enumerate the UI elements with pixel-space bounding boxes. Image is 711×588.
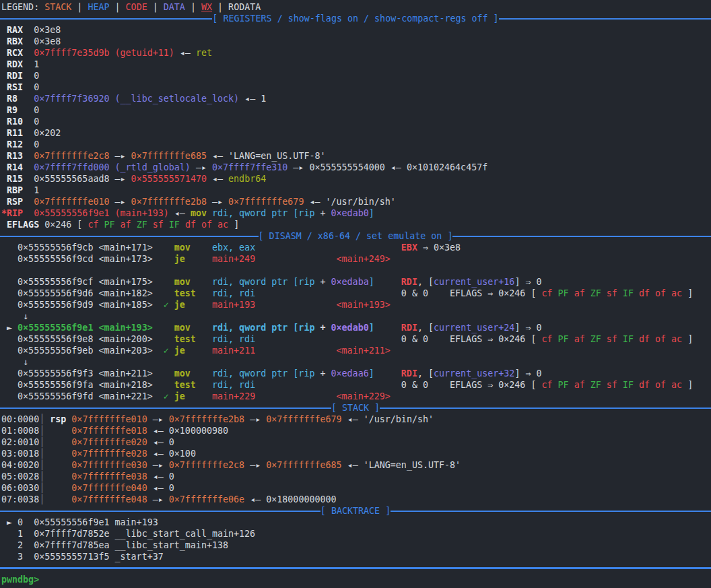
text-segment — [207, 208, 212, 218]
text-segment — [374, 368, 401, 379]
text-segment — [255, 254, 336, 264]
text-segment: ] — [369, 368, 374, 379]
text-segment: EFLAGS ⇒ 0×246 [ — [450, 380, 541, 390]
text-segment: 0×edaa6 — [331, 368, 369, 379]
legend-rodata: RODATA — [228, 2, 261, 12]
text-segment: rdi, rdi — [212, 334, 255, 344]
text-segment — [191, 242, 212, 253]
text-segment: ac — [671, 380, 682, 390]
text-segment: mov — [174, 368, 191, 379]
text-segment — [196, 380, 212, 390]
text-segment: ac — [671, 288, 682, 298]
stack-row: 03:0018│ 0×7fffffffe028 ◂— 0×100 — [1, 448, 711, 459]
register-row-rsp: RSP 0×7fffffffe010 —▸ 0×7fffffffe2b8 —▸ … — [1, 196, 711, 207]
register-row-r8: R8 0×7ffff7f36920 (__libc_setlocale_lock… — [1, 93, 711, 104]
text-segment: 0×55555556f9fa <main+218> — [1, 380, 174, 390]
text-segment: —▸ — [191, 162, 212, 172]
backtrace-row: 2 0×7ffff7d785ea __libc_start_main+138 — [1, 540, 711, 551]
text-segment: 0×7ffff7ffe310 — [212, 162, 287, 172]
legend-row: LEGEND: STACK | HEAP | CODE | DATA | WX … — [1, 1, 711, 13]
text-segment: mov — [191, 208, 207, 218]
text-segment: ✓ — [164, 346, 169, 356]
text-segment: RSI — [1, 82, 34, 92]
text-segment: IF — [623, 334, 639, 344]
stack-row: 01:0008│ 0×7fffffffe018 ◂— 0×100000980 — [1, 425, 711, 436]
register-row-eflags: EFLAGS 0×246 [ cf PF af ZF sf IF df of a… — [1, 219, 711, 230]
text-segment: test — [174, 334, 196, 344]
text-segment: 0×202 — [34, 128, 61, 138]
text-segment: R11 — [1, 128, 34, 138]
text-segment: ◂— — [147, 449, 169, 459]
text-segment: ◂— — [385, 162, 407, 172]
text-segment: df — [639, 334, 655, 344]
text-segment: sf — [607, 334, 623, 344]
text-segment — [191, 277, 212, 287]
text-segment: PF — [104, 220, 121, 230]
section-title: [ REGISTERS / show-flags on / show-compa… — [212, 13, 498, 24]
text-segment: test — [174, 380, 196, 390]
text-segment — [153, 323, 174, 333]
register-row-rip: *RIP 0×55555556f9e1 (main+193) ◂— mov rd… — [1, 207, 711, 219]
text-segment: ◂— — [207, 174, 228, 184]
text-segment: 0×55555556f9e8 <main+200> — [1, 334, 174, 344]
register-row-rsi: RSI 0 — [1, 81, 711, 93]
text-segment: ] — [682, 288, 693, 298]
text-segment: af — [574, 288, 590, 298]
prompt[interactable]: pwndbg> — [1, 575, 39, 585]
text-segment: 0 — [34, 139, 39, 150]
text-segment: main+249 — [212, 254, 255, 264]
text-segment: *RIP — [1, 208, 34, 218]
text-segment: —▸ — [147, 460, 169, 470]
text-segment: 0×246 — [44, 220, 77, 230]
text-segment: 0×55555556f9fd <main+221> — [1, 391, 164, 401]
text-segment: 0×7fffffffe685 — [266, 460, 341, 470]
text-segment: 06:0030 — [1, 483, 39, 493]
text-segment: 0×18000000000 — [266, 494, 336, 504]
text-segment: │ — [39, 494, 44, 504]
text-segment — [374, 323, 401, 333]
text-segment: ZF — [137, 220, 153, 230]
text-segment: cf — [541, 334, 557, 344]
text-segment: ebx, eax — [212, 242, 255, 253]
text-segment — [255, 391, 336, 401]
text-segment: af — [121, 220, 137, 230]
text-segment: sf — [607, 380, 623, 390]
text-segment: 0×55555556f9d6 <main+182> — [1, 288, 174, 298]
text-segment: ◂— — [174, 48, 196, 58]
text-segment: ] ⇒ 0 — [514, 323, 541, 333]
text-segment: ◂— — [169, 208, 191, 218]
text-segment: ] — [369, 208, 374, 218]
text-segment: rdi, rdi — [212, 380, 255, 390]
text-segment: 0×7ffff7f36920 (__libc_setlocale_lock) — [34, 94, 239, 104]
text-segment: 0 & 0 — [401, 334, 450, 344]
text-segment: [ — [77, 220, 88, 230]
text-segment: 0×7fffffffe010 — [71, 414, 147, 424]
text-segment: 0×7ffff7ffd000 (_rtld_global) — [34, 162, 191, 172]
text-segment: ◂— — [147, 426, 169, 436]
text-segment: ↓ — [1, 311, 28, 321]
text-segment: │ — [39, 483, 44, 493]
disasm-row: 0×55555556f9eb <main+203> ✓ je main+211 … — [1, 345, 711, 356]
text-segment — [196, 288, 212, 298]
text-segment: R12 — [1, 139, 34, 150]
text-segment: 0×edab0 — [331, 208, 369, 218]
text-segment: RDI — [401, 277, 417, 287]
text-segment: 0×7fffffffe030 — [71, 460, 147, 470]
text-segment: ◂— — [239, 94, 261, 104]
text-segment — [255, 288, 401, 298]
text-segment — [255, 242, 401, 253]
text-segment: ] — [228, 220, 239, 230]
stack-row: 00:0000│ rsp 0×7fffffffe010 —▸ 0×7ffffff… — [1, 414, 711, 425]
text-segment — [44, 426, 71, 436]
text-segment: 0×7fffffffe040 — [71, 483, 147, 493]
text-segment: 0×7fffffffe679 — [266, 414, 341, 424]
text-segment: IF — [623, 380, 639, 390]
text-segment: R9 — [1, 105, 34, 115]
register-row-rdx: RDX 1 — [1, 59, 711, 70]
text-segment: + — [314, 208, 331, 218]
text-segment: 0×100 — [169, 449, 196, 459]
text-segment: 0 — [34, 71, 39, 81]
legend-stack: STACK — [44, 2, 71, 12]
text-segment: —▸ — [147, 414, 169, 424]
register-row-rdi: RDI 0 — [1, 70, 711, 81]
